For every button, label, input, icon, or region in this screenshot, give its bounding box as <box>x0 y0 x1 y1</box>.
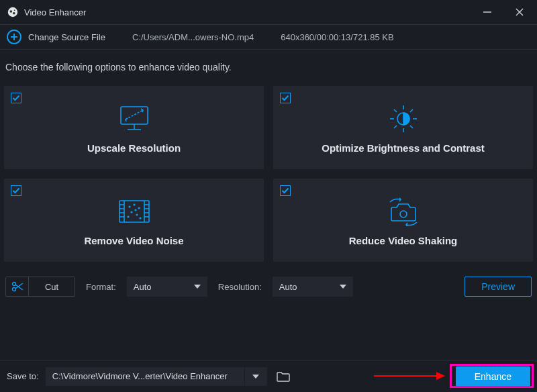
brightness-icon <box>387 102 420 136</box>
card-remove-noise[interactable]: Remove Video Noise <box>4 179 264 262</box>
format-value: Auto <box>134 282 174 292</box>
checkbox-upscale[interactable] <box>11 93 21 103</box>
format-select[interactable]: Auto <box>127 277 207 297</box>
scissors-icon <box>6 277 29 296</box>
svg-point-34 <box>131 211 132 213</box>
main-content: Choose the following options to enhance … <box>0 50 537 297</box>
card-label: Upscale Resolution <box>87 142 181 154</box>
svg-point-40 <box>12 283 15 286</box>
cut-label: Cut <box>29 282 75 292</box>
app-logo-icon <box>7 6 19 18</box>
enhancement-grid: Upscale Resolution <box>4 86 533 262</box>
svg-line-17 <box>410 126 413 128</box>
svg-point-38 <box>135 209 136 211</box>
svg-point-31 <box>129 206 130 207</box>
svg-point-41 <box>12 288 15 291</box>
change-source-label: Change Source File <box>28 32 105 42</box>
svg-point-36 <box>128 216 129 217</box>
cut-button[interactable]: Cut <box>5 277 75 297</box>
svg-point-3 <box>14 9 15 11</box>
plus-circle-icon <box>7 30 21 44</box>
save-to-label: Save to: <box>7 371 39 381</box>
svg-point-39 <box>400 211 407 217</box>
controls-row: Cut Format: Auto Resolution: Auto Previe… <box>4 277 533 297</box>
card-optimize-brightness[interactable]: Optimize Brightness and Contrast <box>273 86 533 169</box>
checkbox-brightness[interactable] <box>280 93 291 103</box>
svg-rect-7 <box>121 107 148 124</box>
svg-point-33 <box>138 207 140 209</box>
source-path: C:/Users/ADM...owers-NO.mp4 <box>132 32 254 42</box>
enhance-button[interactable]: Enhance <box>456 366 530 387</box>
camera-shake-icon <box>385 195 422 228</box>
film-noise-icon <box>117 195 151 228</box>
caret-down-icon <box>340 285 346 289</box>
minimize-button[interactable] <box>477 1 498 23</box>
format-label: Format: <box>86 282 116 292</box>
resolution-value: Auto <box>279 282 320 292</box>
window-title: Video Enhancer <box>24 7 477 17</box>
source-metadata: 640x360/00:00:13/721.85 KB <box>281 32 393 42</box>
close-button[interactable] <box>509 1 530 23</box>
card-upscale-resolution[interactable]: Upscale Resolution <box>4 86 264 169</box>
svg-point-35 <box>136 214 138 215</box>
svg-point-2 <box>13 12 15 15</box>
change-source-button[interactable]: Change Source File <box>7 30 105 44</box>
checkbox-noise[interactable] <box>11 185 21 196</box>
monitor-icon <box>118 102 150 136</box>
source-bar: Change Source File C:/Users/ADM...owers-… <box>0 24 537 50</box>
titlebar: Video Enhancer <box>0 0 537 24</box>
card-label: Remove Video Noise <box>84 235 183 246</box>
svg-point-32 <box>134 204 135 205</box>
svg-point-1 <box>10 10 13 13</box>
svg-line-10 <box>126 110 143 119</box>
card-label: Optimize Brightness and Contrast <box>322 142 485 154</box>
instruction-text: Choose the following options to enhance … <box>4 62 533 72</box>
preview-label: Preview <box>481 281 515 292</box>
preview-button[interactable]: Preview <box>465 277 532 297</box>
card-reduce-shaking[interactable]: Reduce Video Shaking <box>273 179 533 262</box>
resolution-label: Resolution: <box>218 282 262 292</box>
caret-down-icon <box>194 285 201 289</box>
svg-point-37 <box>140 217 141 219</box>
svg-point-0 <box>8 7 17 17</box>
save-path-select[interactable]: C:\Vidmore\Vidmore V...erter\Video Enhan… <box>46 367 267 386</box>
enhance-label: Enhance <box>475 371 511 382</box>
svg-line-16 <box>394 109 397 112</box>
caret-down-icon <box>252 375 259 379</box>
checkbox-shaking[interactable] <box>280 185 291 196</box>
svg-line-18 <box>410 109 413 112</box>
open-folder-button[interactable] <box>274 367 293 386</box>
card-label: Reduce Video Shaking <box>349 235 457 246</box>
resolution-select[interactable]: Auto <box>273 277 353 297</box>
footer: Save to: C:\Vidmore\Vidmore V...erter\Vi… <box>0 360 537 392</box>
save-path-value: C:\Vidmore\Vidmore V...erter\Video Enhan… <box>52 371 244 381</box>
window-controls <box>477 1 530 23</box>
svg-line-19 <box>394 126 397 128</box>
